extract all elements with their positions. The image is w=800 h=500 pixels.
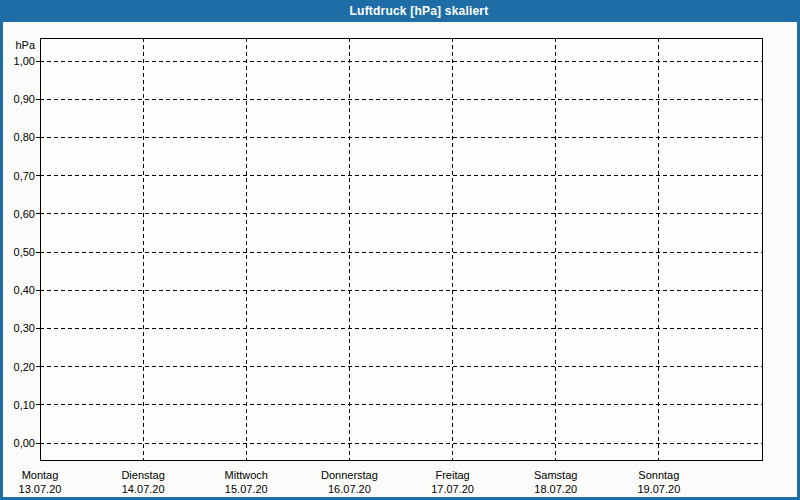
plot-border: [40, 38, 762, 460]
y-tick-label: 0,30: [14, 322, 35, 334]
x-date-label: 14.07.20: [122, 483, 165, 495]
x-day-label: Donnerstag: [321, 469, 378, 481]
y-tick-label: 1,00: [14, 55, 35, 67]
y-tick-label: 0,10: [14, 399, 35, 411]
y-tick-label: 0,50: [14, 246, 35, 258]
pressure-chart: 1,000,900,800,700,600,500,400,300,200,10…: [3, 22, 797, 497]
x-day-label: Samstag: [534, 469, 577, 481]
y-tick-label: 0,60: [14, 208, 35, 220]
x-date-label: 13.07.20: [19, 483, 62, 495]
y-tick-label: 0,80: [14, 131, 35, 143]
y-tick-label: 0,70: [14, 170, 35, 182]
chart-title: Luftdruck [hPa] skaliert: [350, 4, 489, 18]
app-window: Luftdruck [hPa] skaliert 1,000,900,800,7…: [0, 0, 800, 500]
y-tick-label: 0,40: [14, 284, 35, 296]
x-day-label: Montag: [22, 469, 59, 481]
chart-title-bar: Luftdruck [hPa] skaliert: [0, 0, 800, 22]
y-tick-label: 0,00: [14, 437, 35, 449]
x-day-label: Freitag: [435, 469, 469, 481]
chart-canvas: 1,000,900,800,700,600,500,400,300,200,10…: [3, 22, 797, 497]
y-axis-unit-label: hPa: [15, 39, 35, 51]
y-tick-label: 0,90: [14, 93, 35, 105]
y-tick-label: 0,20: [14, 361, 35, 373]
x-day-label: Mittwoch: [225, 469, 268, 481]
x-day-label: Sonntag: [638, 469, 679, 481]
x-day-label: Dienstag: [121, 469, 164, 481]
x-date-label: 15.07.20: [225, 483, 268, 495]
x-date-label: 19.07.20: [637, 483, 680, 495]
x-date-label: 17.07.20: [431, 483, 474, 495]
x-date-label: 16.07.20: [328, 483, 371, 495]
x-date-label: 18.07.20: [534, 483, 577, 495]
